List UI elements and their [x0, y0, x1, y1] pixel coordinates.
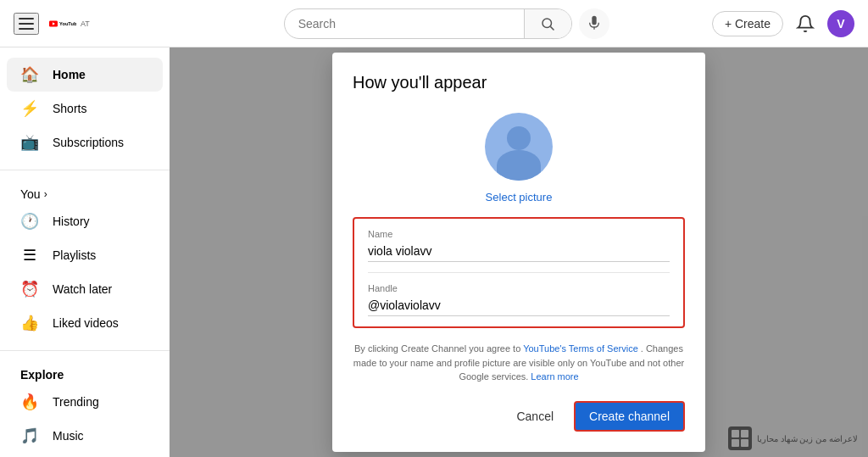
avatar-letter: V — [837, 17, 844, 31]
sidebar-item-trending-label: Trending — [53, 395, 99, 409]
sidebar-item-subscriptions-label: Subscriptions — [53, 136, 124, 149]
user-avatar-button[interactable]: V — [827, 10, 854, 37]
sidebar-item-playlists[interactable]: ☰ Playlists — [7, 238, 163, 272]
field-separator — [368, 272, 670, 273]
modal-title: How you'll appear — [353, 73, 685, 92]
hamburger-menu-button[interactable] — [14, 13, 39, 35]
youtube-logo[interactable]: YouTube AT — [49, 14, 90, 33]
sidebar-divider-1 — [0, 170, 170, 170]
learn-more-link[interactable]: Learn more — [531, 371, 578, 382]
sidebar-item-subscriptions[interactable]: 📺 Subscriptions — [7, 125, 163, 159]
sidebar-item-watch-later[interactable]: ⏰ Watch later — [7, 272, 163, 306]
sidebar-item-history[interactable]: 🕐 History — [7, 204, 163, 238]
watch-later-icon: ⏰ — [20, 280, 39, 298]
subscriptions-icon: 📺 — [20, 133, 39, 152]
sidebar-item-shorts[interactable]: ⚡ Shorts — [7, 92, 163, 125]
form-fields-box: Name Handle — [353, 217, 685, 328]
sidebar-item-trending[interactable]: 🔥 Trending — [7, 385, 163, 419]
sidebar-nav-section: 🏠 Home ⚡ Shorts 📺 Subscriptions — [0, 54, 170, 163]
sidebar-explore-section: Explore 🔥 Trending 🎵 Music 🎬 Movies 🎮 Ga… — [0, 358, 170, 457]
history-icon: 🕐 — [20, 212, 39, 231]
create-channel-button[interactable]: Create channel — [574, 401, 685, 432]
header-right: + Create V — [712, 8, 854, 39]
notifications-button[interactable] — [790, 8, 821, 39]
sidebar-item-history-label: History — [53, 215, 90, 228]
sidebar-item-shorts-label: Shorts — [53, 102, 86, 115]
header-left: YouTube AT — [14, 13, 183, 35]
explore-section-label: Explore — [0, 361, 170, 385]
modal-notice: By clicking Create Channel you agree to … — [353, 342, 685, 384]
svg-point-3 — [542, 19, 552, 28]
sidebar-item-music-label: Music — [53, 429, 84, 443]
modal-overlay[interactable]: How you'll appear Select picture — [170, 47, 868, 457]
sidebar-item-liked-videos-label: Liked videos — [53, 316, 119, 330]
app-container: YouTube AT — [0, 0, 868, 457]
sidebar-item-music[interactable]: 🎵 Music — [7, 419, 163, 453]
header: YouTube AT — [0, 0, 868, 47]
chevron-icon: › — [44, 188, 47, 200]
handle-input[interactable] — [368, 295, 670, 316]
avatar-inner — [485, 113, 553, 181]
terms-of-service-link[interactable]: YouTube's Terms of Service — [523, 343, 638, 354]
sidebar-item-playlists-label: Playlists — [53, 248, 96, 262]
search-bar — [284, 8, 572, 39]
svg-line-4 — [551, 26, 554, 30]
sidebar-you-section: You › 🕐 History ☰ Playlists ⏰ Watch late… — [0, 177, 170, 343]
svg-text:YouTube: YouTube — [59, 21, 76, 26]
sidebar-item-movies[interactable]: 🎬 Movies — [7, 453, 163, 457]
body: 🏠 Home ⚡ Shorts 📺 Subscriptions You › — [0, 47, 868, 457]
modal-avatar — [485, 113, 553, 181]
playlists-icon: ☰ — [20, 246, 39, 265]
create-button-label: + Create — [725, 17, 771, 31]
home-icon: 🏠 — [20, 65, 39, 84]
search-input[interactable] — [285, 17, 524, 31]
search-button[interactable] — [524, 8, 571, 39]
sidebar-divider-2 — [0, 350, 170, 351]
name-label: Name — [368, 229, 670, 239]
modal-actions: Cancel Create channel — [353, 401, 685, 432]
header-center — [192, 8, 701, 39]
sidebar: 🏠 Home ⚡ Shorts 📺 Subscriptions You › — [0, 47, 170, 457]
shorts-icon: ⚡ — [20, 99, 39, 118]
cancel-button[interactable]: Cancel — [503, 403, 567, 430]
sidebar-item-liked-videos[interactable]: 👍 Liked videos — [7, 306, 163, 340]
sidebar-item-home-label: Home — [53, 68, 86, 81]
liked-videos-icon: 👍 — [20, 314, 39, 332]
modal-avatar-section: Select picture — [353, 113, 685, 203]
modal-dialog: How you'll appear Select picture — [332, 53, 705, 452]
svg-rect-5 — [592, 15, 596, 25]
select-picture-link[interactable]: Select picture — [486, 191, 553, 203]
person-head-shape — [507, 126, 531, 150]
trending-icon: 🔥 — [20, 393, 39, 411]
sidebar-you-label[interactable]: You › — [0, 181, 170, 204]
music-icon: 🎵 — [20, 426, 39, 445]
logo-badge: AT — [81, 20, 90, 28]
sidebar-item-home[interactable]: 🏠 Home — [7, 58, 163, 92]
name-field: Name — [368, 229, 670, 262]
main-content: How you'll appear Select picture — [170, 47, 868, 457]
sidebar-item-watch-later-label: Watch later — [53, 282, 112, 296]
mic-button[interactable] — [579, 8, 609, 39]
notice-text-1: By clicking Create Channel you agree to — [354, 343, 523, 354]
handle-field: Handle — [368, 283, 670, 316]
name-input[interactable] — [368, 241, 670, 262]
person-body-shape — [497, 150, 541, 181]
create-button[interactable]: + Create — [712, 11, 783, 36]
handle-label: Handle — [368, 283, 670, 293]
